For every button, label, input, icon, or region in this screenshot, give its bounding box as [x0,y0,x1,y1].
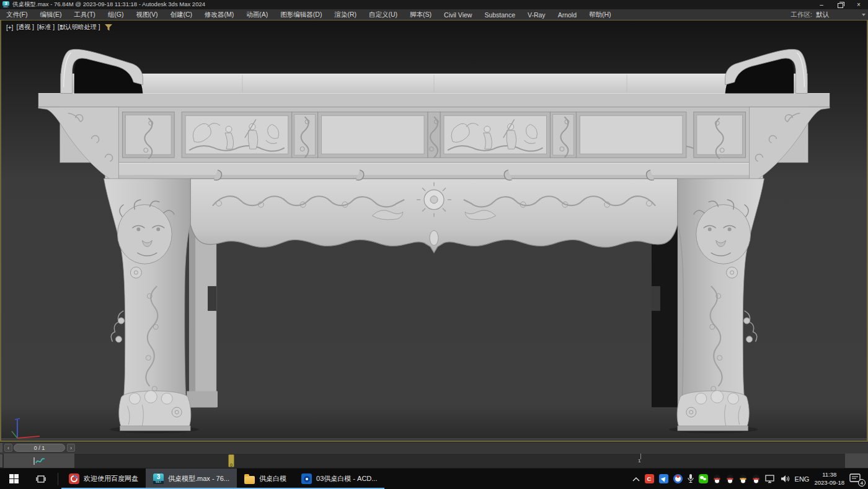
trackbar-edge [0,454,2,467]
minimize-button[interactable]: – [812,0,831,9]
menu-scripting[interactable]: 脚本(S) [404,11,438,19]
menu-civil-view[interactable]: Civil View [438,11,478,19]
restore-icon [838,3,843,8]
tray-wechat-icon[interactable] [699,474,708,483]
window-title: 供桌模型.max - 76.84M @ 2023-09-18 11:31:18 … [12,1,205,9]
viewport-maximize-label[interactable]: [+] [6,24,13,31]
3dsmax-app-icon[interactable]: 3 MAX [2,1,9,8]
time-slider-row: ‹ 0 / 1 › [0,442,868,453]
max-icon-label: MAX [153,481,164,484]
altar-table-3d-model [1,20,867,441]
tray-overflow-chevron[interactable] [632,477,640,482]
chevron-down-icon [862,14,866,16]
time-slider[interactable]: 0 / 1 [14,444,65,452]
menu-graph-editors[interactable]: 图形编辑器(D) [274,11,328,19]
tray-microphone-icon[interactable] [688,474,694,483]
workspace-value: 默认 [816,11,859,19]
menu-tools[interactable]: 工具(T) [68,11,101,19]
rail [105,163,763,179]
taskbar-separator [58,473,58,485]
task-view-button[interactable] [27,469,55,489]
previous-frame-button[interactable]: ‹ [4,444,12,452]
viewport-canvas[interactable]: [+] [透视 ] [标准 ] [默认明暗处理 ] [0,20,868,442]
language-indicator[interactable]: ENG [795,475,810,483]
menu-arnold[interactable]: Arnold [552,11,583,19]
clock-date: 2023-09-18 [814,479,844,487]
trackbar-right-panel [845,454,868,468]
taskbar-app-label: 03供桌白模 - ACD... [316,474,377,483]
next-frame-button[interactable]: › [67,444,75,452]
taskbar-app-label: 供桌白模 [259,474,286,483]
menu-customize[interactable]: 自定义(U) [363,11,404,19]
folder-icon [244,476,255,484]
menu-rendering[interactable]: 渲染(R) [328,11,363,19]
timeslider-edge [0,443,2,452]
tray-qq-icon-2[interactable] [726,474,734,484]
baidu-netdisk-icon [69,473,79,484]
menu-create[interactable]: 创建(C) [164,11,199,19]
max-icon-number: 3 [153,473,164,481]
menu-animation[interactable]: 动画(A) [240,11,274,19]
viewport-shading-label[interactable]: [默认明暗处理 ] [58,23,100,32]
taskbar-app-acdsee[interactable]: 03供桌白模 - ACD... [294,469,384,489]
c-letter: C [647,475,652,482]
next-frame-icon: › [70,445,72,451]
menu-substance[interactable]: Substance [478,11,521,19]
workspace-label: 工作区: [791,11,812,19]
minimize-icon: – [820,1,823,8]
tray-network-icon[interactable] [765,475,776,483]
taskbar-app-baidu-netdisk[interactable]: 欢迎使用百度网盘 [61,469,146,489]
viewport-label: [+] [透视 ] [标准 ] [默认明暗处理 ] [6,23,112,32]
current-frame-marker[interactable]: 0 [228,454,234,467]
menu-edit[interactable]: 编辑(E) [33,11,68,19]
3dsmax-window: 3 MAX 供桌模型.max - 76.84M @ 2023-09-18 11:… [0,0,868,489]
menu-views[interactable]: 视图(V) [130,11,164,19]
menu-group[interactable]: 组(G) [102,11,130,19]
tray-c-app-icon[interactable]: C [645,474,654,483]
frame-1-label: 1 [638,458,640,464]
tray-arrow-app-icon[interactable] [659,474,668,483]
notification-center-button[interactable]: 4 [849,473,863,485]
close-button[interactable]: × [849,0,868,9]
app-icon-max-label: MAX [2,6,9,8]
window-controls: – × [812,0,868,9]
3dsmax-taskbar-icon: 3 MAX [153,473,164,484]
track-bar[interactable]: 0 1 [0,453,868,469]
taskbar-app-label: 欢迎使用百度网盘 [84,474,138,483]
viewport-standard-label[interactable]: [标准 ] [37,23,55,32]
viewport-view-label[interactable]: [透视 ] [16,23,33,32]
filter-funnel-icon[interactable] [105,24,112,31]
menu-vray[interactable]: V-Ray [521,11,552,19]
chevron-up-icon [632,477,640,482]
taskbar-app-3dsmax[interactable]: 3 MAX 供桌模型.max - 76... [146,469,237,489]
menu-help[interactable]: 帮助(H) [583,11,618,19]
start-button[interactable] [0,469,27,489]
curve-editor-icon [32,457,46,465]
notification-badge: 4 [858,479,866,487]
menu-file[interactable]: 文件(F) [0,11,33,19]
taskbar-app-folder[interactable]: 供桌白模 [237,469,294,489]
windows-taskbar: 欢迎使用百度网盘 3 MAX 供桌模型.max - 76... 供桌白模 03供… [0,469,868,489]
menu-modifiers[interactable]: 修改器(M) [198,11,240,19]
clock-time: 11:38 [814,471,844,478]
acdsee-icon [301,473,312,484]
title-bar: 3 MAX 供桌模型.max - 76.84M @ 2023-09-18 11:… [0,0,868,9]
current-frame-label: 0 [230,463,232,467]
workspace-selector[interactable]: 工作区: 默认 [791,11,868,19]
close-icon: × [857,1,861,8]
restore-button[interactable] [831,0,849,9]
taskbar-clock[interactable]: 11:38 2023-09-18 [814,471,844,487]
menu-bar: 文件(F) 编辑(E) 工具(T) 组(G) 视图(V) 创建(C) 修改器(M… [0,9,868,20]
frame-indicator: 0 / 1 [34,445,45,451]
tray-baidu-icon[interactable] [673,474,683,483]
windows-logo-icon [9,474,19,483]
system-tray: C [632,471,868,487]
tray-qq-icon-1[interactable] [713,474,721,484]
tray-qq-icon-4[interactable] [752,474,760,484]
previous-frame-icon: ‹ [7,445,9,451]
tray-qq-icon-3[interactable] [739,474,747,484]
tray-volume-icon[interactable] [781,475,790,483]
taskbar-app-label: 供桌模型.max - 76... [168,474,229,483]
task-view-icon [36,475,46,483]
mini-curve-editor-button[interactable] [4,454,74,468]
